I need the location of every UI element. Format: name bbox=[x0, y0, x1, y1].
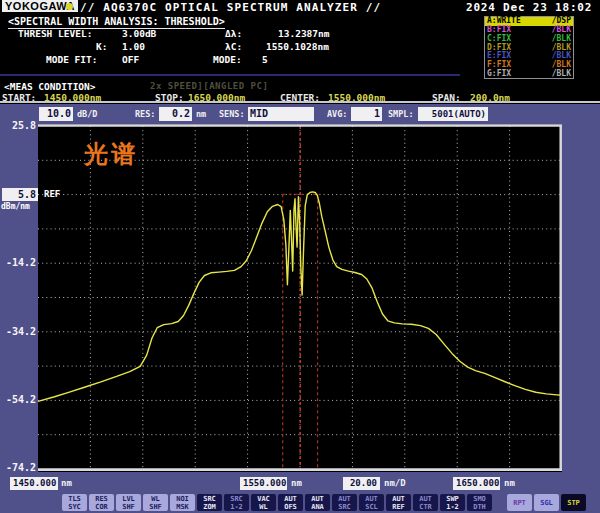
toolbar-button-sgl[interactable]: SGL bbox=[534, 494, 559, 511]
lambda-c-value: 1550.1028nm bbox=[266, 41, 329, 52]
trace-f-name: F:FIX bbox=[487, 61, 511, 69]
toolbar-button-stp[interactable]: STP bbox=[561, 494, 586, 511]
xaxis-scale-field[interactable]: 20.00 bbox=[343, 477, 380, 490]
trace-b-mode: /BLK bbox=[552, 26, 571, 34]
toolbar-button-aut-ctr[interactable]: AUTCTR bbox=[413, 494, 438, 511]
smpl-label: SMPL: bbox=[388, 109, 414, 119]
delta-lambda-value: 13.2387nm bbox=[278, 28, 329, 39]
toolbar-button-noi-msk[interactable]: NOIMSK bbox=[170, 494, 195, 511]
toolbar-button-src-1-2[interactable]: SRC1-2 bbox=[224, 494, 249, 511]
trace-g-name: G:FIX bbox=[487, 70, 511, 78]
ref-label: REF bbox=[44, 189, 60, 199]
k-value: 1.00 bbox=[122, 41, 145, 52]
trace-row-c[interactable]: C:FIX /BLK bbox=[485, 34, 573, 43]
toolbar-button-aut-ref[interactable]: AUTREF bbox=[386, 494, 411, 511]
toolbar-button-aut-ofs[interactable]: AUTOFS bbox=[278, 494, 303, 511]
toolbar-button-src-zom[interactable]: SRCZOM bbox=[197, 494, 222, 511]
toolbar-button-aut-src[interactable]: AUTSRC bbox=[332, 494, 357, 511]
divider bbox=[0, 101, 600, 103]
xaxis-stop-unit: nm bbox=[504, 478, 515, 488]
spectrum-plot[interactable] bbox=[38, 124, 562, 472]
osa-screen: YOKOGAWA // AQ6370C OPTICAL SPECTRUM ANA… bbox=[0, 0, 600, 513]
toolbar-button-swp-1-2[interactable]: SWP1-2 bbox=[440, 494, 465, 511]
thresh-value: 3.00dB bbox=[122, 28, 156, 39]
trace-b-name: B:FIX bbox=[487, 26, 511, 34]
delta-lambda-label: Δλ: bbox=[225, 28, 242, 39]
y-label--74.2: -74.2 bbox=[1, 462, 36, 473]
toolbar-button-tls-syc[interactable]: TLSSYC bbox=[62, 494, 87, 511]
sens-label: SENS: bbox=[219, 109, 245, 119]
toolbar-button-lvl-shf[interactable]: LVLSHF bbox=[116, 494, 141, 511]
res-field[interactable]: 0.2 bbox=[159, 107, 192, 121]
y-label--14.2: -14.2 bbox=[1, 257, 36, 268]
toolbar-button-vac-wl[interactable]: VACWL bbox=[251, 494, 276, 511]
xaxis-scale-unit: nm/D bbox=[384, 478, 406, 488]
avg-field[interactable]: 1 bbox=[351, 107, 382, 121]
thresh-label: THRESH LEVEL: bbox=[18, 28, 92, 39]
res-unit: nm bbox=[196, 109, 206, 119]
toolbar-button-aut-scl[interactable]: AUTSCL bbox=[359, 494, 384, 511]
mode-value: 5 bbox=[262, 54, 268, 65]
y-label--54.2: -54.2 bbox=[1, 394, 36, 405]
mode-label: MODE: bbox=[213, 54, 242, 65]
toolbar-button-aut-ana[interactable]: AUTANA bbox=[305, 494, 330, 511]
trace-c-mode: /BLK bbox=[552, 35, 571, 43]
xaxis-stop-field[interactable]: 1650.000 bbox=[453, 477, 500, 490]
level-scale-unit: dB/D bbox=[77, 109, 97, 119]
sens-field[interactable]: MID bbox=[248, 107, 314, 121]
xaxis-start-unit: nm bbox=[61, 478, 72, 488]
toolbar-button-smo-dth[interactable]: SMODTH bbox=[467, 494, 492, 511]
trace-f-mode: /BLK bbox=[552, 61, 571, 69]
toolbar: TLSSYC RESCOR LVLSHF WLSHF NOIMSK SRCZOM… bbox=[62, 494, 586, 511]
xaxis-start-field[interactable]: 1450.000 bbox=[10, 477, 58, 490]
meas-condition-heading: <MEAS CONDITION> bbox=[4, 81, 96, 92]
level-scale-field[interactable]: 10.0 bbox=[39, 107, 73, 121]
mode-fit-value: OFF bbox=[122, 54, 139, 65]
ref-level-field[interactable]: 5.8 bbox=[2, 188, 38, 201]
xaxis-center-field[interactable]: 1550.000 bbox=[240, 477, 287, 490]
trace-g-mode: /BLK bbox=[552, 70, 571, 78]
status-led-icon bbox=[66, 3, 73, 10]
y-unit-label: dBm/nm bbox=[1, 202, 30, 211]
mode-fit-label: MODE FIT: bbox=[46, 54, 97, 65]
trace-c-name: C:FIX bbox=[487, 35, 511, 43]
plot-annotation: 光谱 bbox=[84, 138, 138, 170]
toolbar-spacer bbox=[494, 494, 505, 495]
trace-panel: A:WRITE /DSP B:FIX /BLK C:FIX /BLK D:FIX… bbox=[484, 16, 574, 79]
xaxis-center-unit: nm bbox=[291, 478, 302, 488]
k-label: K: bbox=[96, 41, 107, 52]
smpl-field[interactable]: 5001(AUTO) bbox=[418, 107, 488, 121]
trace-row-g[interactable]: G:FIX /BLK bbox=[485, 69, 573, 78]
y-label--34.2: -34.2 bbox=[1, 326, 36, 337]
toolbar-button-rpt[interactable]: RPT bbox=[507, 494, 532, 511]
meas-tags: 2x SPEED][ANGLED PC] bbox=[150, 81, 268, 91]
res-label: RES: bbox=[135, 109, 155, 119]
y-label-25.8: 25.8 bbox=[1, 120, 36, 131]
lambda-c-label: λC: bbox=[225, 41, 242, 52]
trace-row-f[interactable]: F:FIX /BLK bbox=[485, 61, 573, 70]
toolbar-button-wl-shf[interactable]: WLSHF bbox=[143, 494, 168, 511]
avg-label: AVG: bbox=[327, 109, 347, 119]
toolbar-button-res-cor[interactable]: RESCOR bbox=[89, 494, 114, 511]
divider bbox=[0, 74, 460, 76]
